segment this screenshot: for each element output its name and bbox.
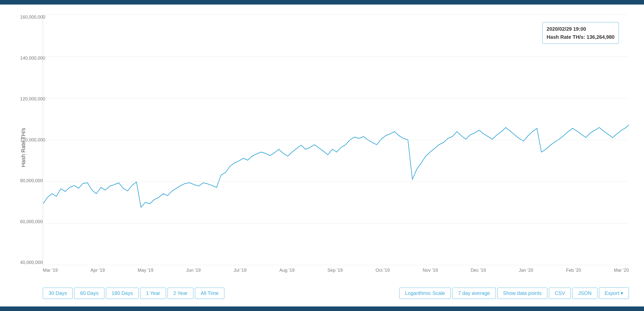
x-tick: May '19 <box>138 268 153 273</box>
x-tick: Feb '20 <box>566 268 581 273</box>
grid-line <box>43 181 629 182</box>
y-axis-ticks: 160,000,000 140,000,000 120,000,000 100,… <box>20 15 43 265</box>
json-button[interactable]: JSON <box>572 288 597 299</box>
y-tick: 160,000,000 <box>20 15 43 20</box>
y-tick: 60,000,000 <box>20 219 43 224</box>
tooltip-date: 2020/02/29 19:00 <box>547 25 615 33</box>
2-year-button[interactable]: 2 Year <box>168 288 193 299</box>
x-axis: Mar '19 Apr '19 May '19 Jun '19 Jul '19 … <box>43 265 629 280</box>
7-day-average-button[interactable]: 7 day average <box>452 288 496 299</box>
x-tick: Dec '19 <box>471 268 486 273</box>
bottom-bar <box>0 306 644 311</box>
chart-area: Hash Rate TH/s 160,000,000 140,000,000 1… <box>20 15 629 280</box>
grid-lines <box>43 15 629 265</box>
y-tick: 100,000,000 <box>20 137 43 143</box>
chart-plot: 2020/02/29 19:00 Hash Rate TH/s: 136,264… <box>43 15 629 265</box>
x-tick: Aug '19 <box>279 268 295 273</box>
y-tick: 80,000,000 <box>20 178 43 183</box>
right-controls: Logarithmic Scale 7 day average Show dat… <box>399 287 629 299</box>
grid-line <box>43 223 629 223</box>
chart-container: Hash Rate TH/s 160,000,000 140,000,000 1… <box>0 5 644 306</box>
top-bar <box>0 0 644 5</box>
x-tick: Jan '20 <box>519 268 533 273</box>
csv-button[interactable]: CSV <box>549 288 571 299</box>
chart-tooltip: 2020/02/29 19:00 Hash Rate TH/s: 136,264… <box>542 22 619 44</box>
logarithmic-scale-button[interactable]: Logarithmic Scale <box>399 288 451 299</box>
x-tick: Apr '19 <box>91 268 105 273</box>
controls-bar: 30 Days 60 Days 180 Days 1 Year 2 Year A… <box>20 283 629 301</box>
30-days-button[interactable]: 30 Days <box>43 288 73 299</box>
y-tick: 40,000,000 <box>20 260 43 265</box>
x-tick: Jun '19 <box>186 268 200 273</box>
all-time-button[interactable]: All Time <box>195 288 224 299</box>
y-tick: 120,000,000 <box>20 96 43 102</box>
y-tick: 140,000,000 <box>20 56 43 61</box>
60-days-button[interactable]: 60 Days <box>74 288 104 299</box>
export-button[interactable]: Export ▾ <box>599 287 629 299</box>
grid-line <box>43 98 629 98</box>
grid-line <box>43 15 629 15</box>
180-days-button[interactable]: 180 Days <box>106 288 139 299</box>
x-tick: Jul '19 <box>233 268 246 273</box>
x-tick: Mar '20 <box>614 268 629 273</box>
x-tick: Oct '19 <box>376 268 390 273</box>
x-tick: Nov '19 <box>423 268 438 273</box>
1-year-button[interactable]: 1 Year <box>140 288 166 299</box>
tooltip-value: Hash Rate TH/s: 136,264,980 <box>547 33 615 41</box>
grid-line <box>43 56 629 57</box>
x-tick: Sep '19 <box>328 268 343 273</box>
show-data-points-button[interactable]: Show data points <box>497 288 547 299</box>
time-buttons: 30 Days 60 Days 180 Days 1 Year 2 Year A… <box>43 288 224 299</box>
grid-line <box>43 140 629 140</box>
x-tick: Mar '19 <box>43 268 58 273</box>
